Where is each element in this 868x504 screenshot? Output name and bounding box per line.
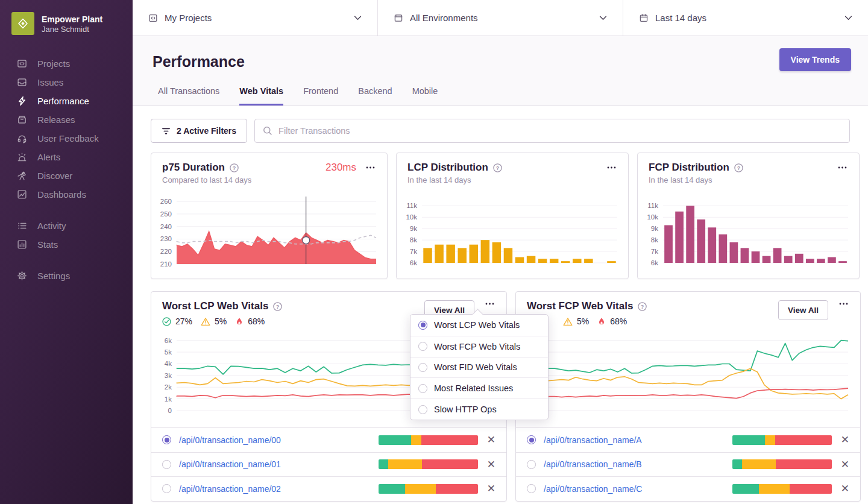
filter-row: 2 Active Filters bbox=[151, 119, 850, 143]
menu-item-worst-fcp[interactable]: Worst FCP Web Vitals bbox=[410, 336, 548, 357]
sidebar-item-user-feedback[interactable]: User Feedback bbox=[0, 129, 133, 148]
close-icon[interactable]: ✕ bbox=[841, 435, 849, 445]
transaction-radio[interactable] bbox=[162, 435, 171, 444]
menu-radio[interactable] bbox=[418, 405, 427, 414]
sidebar-item-issues[interactable]: Issues bbox=[0, 73, 133, 92]
help-icon[interactable]: ? bbox=[273, 302, 282, 311]
environment-filter-dropdown[interactable]: All Environments bbox=[378, 0, 623, 36]
card-title: p75 Duration bbox=[162, 162, 225, 174]
transaction-link[interactable]: /api/0/transaction_name/00 bbox=[179, 435, 281, 445]
active-filters-button[interactable]: 2 Active Filters bbox=[151, 119, 247, 143]
help-icon[interactable]: ? bbox=[493, 163, 502, 172]
view-all-button[interactable]: View All bbox=[778, 300, 828, 320]
card-menu-button[interactable] bbox=[606, 164, 617, 171]
transaction-radio[interactable] bbox=[527, 435, 536, 444]
transaction-radio[interactable] bbox=[527, 484, 536, 493]
vitals-distribution-bar bbox=[732, 484, 832, 494]
transaction-radio[interactable] bbox=[527, 460, 536, 469]
svg-text:9k: 9k bbox=[651, 225, 658, 232]
menu-item-worst-lcp[interactable]: Worst LCP Web Vitals bbox=[410, 315, 548, 336]
sidebar-item-performance[interactable]: Performance bbox=[0, 92, 133, 110]
transaction-link[interactable]: /api/0/transaction_name/01 bbox=[179, 459, 281, 469]
tab-all-transactions[interactable]: All Transactions bbox=[158, 86, 219, 106]
svg-text:?: ? bbox=[233, 165, 236, 171]
card-menu-button[interactable] bbox=[838, 300, 849, 307]
help-icon[interactable]: ? bbox=[638, 302, 647, 311]
transaction-link[interactable]: /api/0/transaction_name/A bbox=[544, 435, 642, 445]
transaction-row: /api/0/transaction_name/00 ✕ bbox=[151, 427, 506, 452]
close-icon[interactable]: ✕ bbox=[841, 484, 849, 494]
menu-item-label: Worst LCP Web Vitals bbox=[434, 320, 520, 330]
svg-text:8k: 8k bbox=[651, 236, 658, 244]
transaction-link[interactable]: /api/0/transaction_name/B bbox=[544, 459, 642, 469]
sidebar-item-label: Projects bbox=[37, 58, 70, 69]
search-input[interactable] bbox=[278, 126, 841, 136]
check-circle-icon bbox=[162, 317, 171, 326]
environment-filter-value: All Environments bbox=[410, 13, 593, 23]
close-icon[interactable]: ✕ bbox=[841, 459, 849, 470]
sidebar-item-alerts[interactable]: Alerts bbox=[0, 148, 133, 166]
page-title: Performance bbox=[153, 53, 245, 71]
vitals-stats: 27% 5% 68% bbox=[162, 317, 424, 326]
menu-radio[interactable] bbox=[418, 342, 427, 351]
card-menu-button[interactable] bbox=[365, 164, 376, 171]
transaction-radio[interactable] bbox=[162, 484, 171, 493]
card-menu-button[interactable] bbox=[837, 164, 848, 171]
chevron-down-icon bbox=[354, 16, 362, 20]
sidebar-nav: Projects Issues Performance Releases Use… bbox=[0, 54, 133, 285]
project-filter-dropdown[interactable]: My Projects bbox=[133, 0, 378, 36]
main-content: 2 Active Filters p75 Duration ? 230ms bbox=[133, 107, 868, 504]
help-icon[interactable]: ? bbox=[230, 163, 239, 172]
diamond-icon bbox=[17, 17, 29, 30]
help-icon[interactable]: ? bbox=[734, 163, 743, 172]
transaction-link[interactable]: /api/0/transaction_name/C bbox=[544, 484, 642, 494]
sidebar-item-settings[interactable]: Settings bbox=[0, 266, 133, 285]
menu-item-slow-http-ops[interactable]: Slow HTTP Ops bbox=[410, 398, 548, 420]
svg-text:7k: 7k bbox=[651, 248, 658, 255]
list-icon bbox=[16, 221, 27, 232]
archive-icon bbox=[16, 115, 27, 125]
metric-cards-row: p75 Duration ? 230ms Compared to last 14… bbox=[151, 153, 850, 279]
sidebar-item-projects[interactable]: Projects bbox=[0, 54, 133, 73]
svg-text:210: 210 bbox=[160, 260, 172, 268]
tab-frontend[interactable]: Frontend bbox=[303, 86, 338, 106]
card-menu-button[interactable] bbox=[484, 300, 495, 307]
menu-radio[interactable] bbox=[418, 321, 427, 330]
svg-text:4k: 4k bbox=[165, 360, 172, 367]
tab-backend[interactable]: Backend bbox=[358, 86, 392, 106]
menu-item-worst-fid[interactable]: Worst FID Web Vitals bbox=[410, 357, 548, 378]
close-icon[interactable]: ✕ bbox=[487, 435, 495, 445]
sidebar-item-label: Activity bbox=[37, 221, 66, 231]
transaction-link[interactable]: /api/0/transaction_name/02 bbox=[179, 484, 281, 494]
svg-text:6k: 6k bbox=[165, 337, 172, 344]
sidebar-item-dashboards[interactable]: Dashboards bbox=[0, 185, 133, 204]
poor-percent: 68% bbox=[248, 317, 265, 326]
org-switcher[interactable]: Empower Plant Jane Schmidt bbox=[0, 0, 133, 35]
sidebar-item-activity[interactable]: Activity bbox=[0, 216, 133, 235]
org-logo bbox=[11, 12, 34, 35]
transaction-radio[interactable] bbox=[162, 460, 171, 469]
worst-fcp-chart bbox=[520, 331, 852, 421]
close-icon[interactable]: ✕ bbox=[487, 459, 495, 470]
p75-duration-card: p75 Duration ? 230ms Compared to last 14… bbox=[151, 153, 388, 279]
svg-text:?: ? bbox=[641, 303, 644, 309]
menu-radio[interactable] bbox=[418, 363, 427, 372]
sidebar-item-stats[interactable]: Stats bbox=[0, 235, 133, 254]
sidebar-item-discover[interactable]: Discover bbox=[0, 166, 133, 185]
close-icon[interactable]: ✕ bbox=[487, 484, 495, 494]
sidebar-item-releases[interactable]: Releases bbox=[0, 110, 133, 129]
svg-text:250: 250 bbox=[160, 210, 172, 218]
menu-radio[interactable] bbox=[418, 384, 427, 393]
view-trends-button[interactable]: View Trends bbox=[779, 48, 851, 71]
tab-bar: All Transactions Web Vitals Frontend Bac… bbox=[158, 86, 438, 106]
menu-item-label: Worst FCP Web Vitals bbox=[434, 342, 520, 351]
menu-item-label: Slow HTTP Ops bbox=[434, 405, 497, 414]
tab-mobile[interactable]: Mobile bbox=[412, 86, 438, 106]
chevron-down-icon bbox=[844, 16, 852, 20]
menu-item-most-related-issues[interactable]: Most Related Issues bbox=[410, 377, 548, 398]
sidebar-item-label: User Feedback bbox=[37, 133, 99, 143]
tab-web-vitals[interactable]: Web Vitals bbox=[239, 86, 283, 106]
date-range-dropdown[interactable]: Last 14 days bbox=[623, 0, 868, 36]
app-root: Empower Plant Jane Schmidt Projects Issu… bbox=[0, 0, 868, 504]
svg-text:?: ? bbox=[276, 303, 280, 309]
